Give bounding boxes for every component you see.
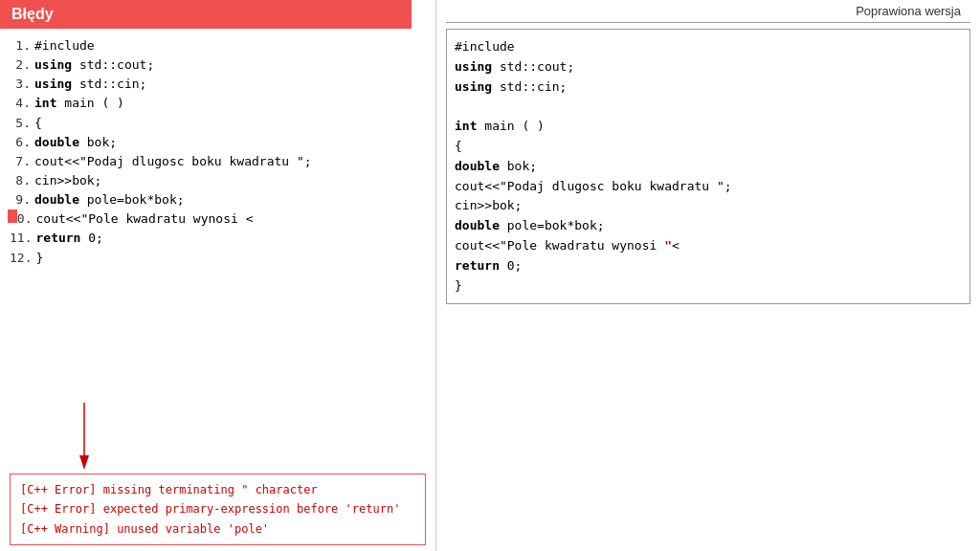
line-text: cin>>bok;: [34, 171, 101, 190]
error-line-indicator: [8, 209, 17, 223]
line-number: 9.: [10, 190, 31, 209]
error-message-line: [C++ Error] missing terminating " charac…: [20, 480, 415, 499]
left-panel: Błędy 1.#include 2.using std::cout;3.usi…: [0, 0, 435, 551]
code-line: 5.{: [10, 114, 435, 133]
line-number: 4.: [10, 94, 31, 113]
line-text: int main ( ): [34, 94, 124, 113]
line-number: 1.: [10, 36, 31, 55]
code-line: 3.using std::cin;: [10, 75, 435, 94]
line-text: using std::cin;: [34, 75, 146, 94]
code-line: 6.double bok;: [10, 133, 435, 152]
line-text: double pole=bok*bok;: [34, 190, 185, 209]
line-text: cout<<"Podaj dlugosc boku kwadratu ";: [34, 152, 312, 171]
line-text: }: [35, 249, 43, 268]
line-text: using std::cout;: [34, 55, 154, 75]
code-line: 1.#include: [10, 36, 435, 55]
right-code-line: using std::cin;: [455, 77, 962, 98]
error-messages-box: [C++ Error] missing terminating " charac…: [10, 474, 426, 545]
code-line: 10.cout<<"Pole kwadratu wynosi <: [10, 209, 435, 229]
code-area: 1.#include 2.using std::cout;3.using std…: [0, 29, 435, 468]
error-header: Błędy: [0, 0, 412, 29]
right-code-line: }: [455, 276, 962, 297]
right-code-line: cout<<"Podaj dlugosc boku kwadratu ";: [455, 177, 962, 197]
line-text: {: [34, 114, 42, 133]
code-line: 4.int main ( ): [10, 94, 435, 113]
line-number: 7.: [10, 152, 31, 171]
error-message-line: [C++ Warning] unused variable 'pole': [20, 519, 415, 539]
line-number: 8.: [10, 171, 31, 190]
code-line: 7.cout<<"Podaj dlugosc boku kwadratu ";: [10, 152, 435, 171]
code-line: 2.using std::cout;: [10, 55, 435, 75]
right-code-line: using std::cout;: [455, 57, 962, 77]
right-code-line: return 0;: [455, 256, 962, 276]
line-text: #include: [34, 36, 101, 55]
code-line: 8.cin>>bok;: [10, 171, 435, 190]
code-line: 12.}: [10, 249, 435, 268]
line-number: 12.: [10, 249, 32, 268]
line-text: cout<<"Pole kwadratu wynosi <: [35, 209, 253, 229]
line-number: 6.: [10, 133, 31, 152]
right-code-line: [455, 97, 962, 117]
error-message-line: [C++ Error] expected primary-expression …: [20, 499, 415, 518]
right-code-line: double bok;: [455, 157, 962, 177]
line-number: 2.: [10, 55, 31, 75]
line-text: return 0;: [35, 229, 102, 248]
right-code-line: cin>>bok;: [455, 196, 962, 216]
right-code-line: cout<<"Pole kwadratu wynosi "<: [455, 236, 962, 256]
line-number: 3.: [10, 75, 31, 94]
right-code-block: #include using std::cout;using std::cin;…: [446, 29, 970, 304]
right-panel: Poprawiona wersja #include using std::co…: [435, 0, 980, 551]
main-container: Błędy 1.#include 2.using std::cout;3.usi…: [0, 0, 980, 551]
right-code-line: {: [455, 137, 962, 157]
code-line: 9.double pole=bok*bok;: [10, 190, 435, 209]
right-panel-header: Poprawiona wersja: [446, 0, 970, 23]
line-text: double bok;: [34, 133, 117, 152]
line-number: 11.: [10, 229, 32, 248]
right-code-line: double pole=bok*bok;: [455, 216, 962, 236]
line-number: 5.: [10, 114, 31, 133]
right-code-line: int main ( ): [455, 117, 962, 137]
code-line: 11.return 0;: [10, 229, 435, 248]
right-code-line: #include: [455, 37, 962, 57]
